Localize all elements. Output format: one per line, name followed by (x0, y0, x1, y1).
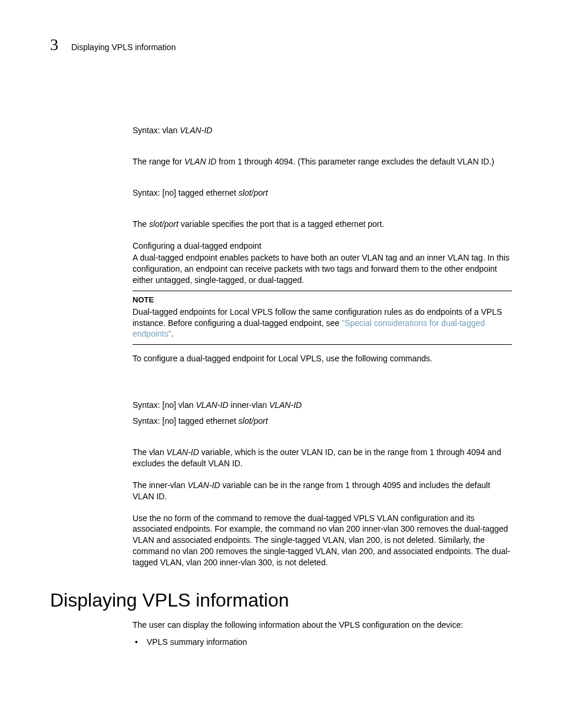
list-item: VPLS summary information (133, 637, 512, 648)
syntax-prefix: Syntax: [no] tagged ethernet (133, 416, 239, 426)
note-body: Dual-tagged endpoints for Local VPLS fol… (133, 307, 512, 340)
paragraph-inner-vlan: The inner-vlan VLAN-ID variable can be i… (133, 480, 512, 502)
section-body: The user can display the following infor… (133, 620, 512, 648)
syntax-var: VLAN-ID (196, 400, 228, 410)
syntax-prefix: Syntax: vlan (133, 126, 180, 135)
text-var: VLAN-ID (167, 447, 199, 457)
section-heading: Displaying VPLS information (50, 589, 512, 611)
syntax-prefix: Syntax: [no] tagged ethernet (133, 188, 239, 197)
body-content: Syntax: vlan VLAN-ID The range for VLAN … (133, 125, 512, 568)
syntax-var: slot/port (239, 416, 268, 426)
text-var: VLAN ID (184, 157, 216, 166)
syntax-line-3: Syntax: [no] vlan VLAN-ID inner-vlan VLA… (133, 400, 512, 411)
syntax-line-1: Syntax: vlan VLAN-ID (133, 125, 512, 136)
page-header: 3 Displaying VPLS information (50, 35, 512, 54)
paragraph-no-form: Use the no form of the command to remove… (133, 513, 512, 568)
subheading-dual-tagged: Configuring a dual-tagged endpoint (133, 241, 512, 252)
text-run: from 1 through 4094. (This parameter ran… (216, 157, 494, 166)
paragraph-slotport: The slot/port variable specifies the por… (133, 219, 512, 230)
text-run: The (133, 219, 149, 229)
paragraph-display-intro: The user can display the following infor… (133, 620, 512, 631)
running-title: Displaying VPLS information (71, 42, 176, 52)
chapter-number: 3 (50, 35, 58, 54)
syntax-prefix: Syntax: [no] vlan (133, 400, 196, 410)
note-box: NOTE Dual-tagged endpoints for Local VPL… (133, 291, 512, 345)
note-text-end: . (171, 329, 174, 338)
text-run: The range for (133, 157, 184, 166)
page: 3 Displaying VPLS information Syntax: vl… (0, 0, 562, 728)
syntax-var: slot/port (239, 188, 268, 197)
text-run: The vlan (133, 447, 167, 457)
syntax-line-2: Syntax: [no] tagged ethernet slot/port (133, 187, 512, 199)
bullet-list: VPLS summary information (133, 637, 512, 648)
syntax-var: VLAN-ID (269, 400, 302, 410)
paragraph-dual-tagged-desc: A dual-tagged endpoint enables packets t… (133, 252, 512, 286)
syntax-mid: inner-vlan (229, 400, 269, 410)
text-run: variable specifies the port that is a ta… (178, 219, 384, 229)
paragraph-range-vlanid: The range for VLAN ID from 1 through 409… (133, 156, 512, 167)
syntax-line-4: Syntax: [no] tagged ethernet slot/port (133, 416, 512, 427)
paragraph-outer-vlan: The vlan VLAN-ID variable, which is the … (133, 447, 512, 469)
syntax-var: VLAN-ID (180, 126, 212, 135)
text-var: VLAN-ID (187, 480, 220, 490)
text-run: The inner-vlan (133, 480, 187, 490)
note-label: NOTE (133, 295, 512, 305)
paragraph-configure-intro: To configure a dual-tagged endpoint for … (133, 353, 512, 364)
list-item-text: VPLS summary information (147, 637, 247, 647)
text-var: slot/port (149, 219, 178, 229)
